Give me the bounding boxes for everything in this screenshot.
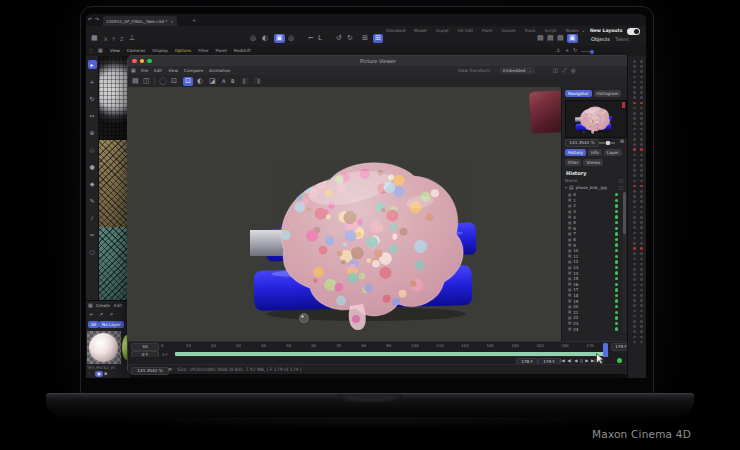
object-visibility-dot[interactable] [633, 159, 636, 162]
object-visibility-dot[interactable] [640, 221, 643, 224]
object-visibility-dot[interactable] [640, 325, 643, 328]
object-visibility-dot[interactable] [633, 320, 636, 323]
object-visibility-dot[interactable] [633, 148, 636, 151]
object-visibility-dot[interactable] [633, 200, 636, 203]
object-visibility-dot[interactable] [640, 284, 643, 287]
scale-tool-icon[interactable]: ⇔ [88, 111, 97, 120]
object-visibility-dot[interactable] [633, 133, 636, 136]
object-visibility-dot[interactable] [640, 65, 643, 68]
history-scrollbar-thumb[interactable] [623, 192, 626, 234]
object-visibility-dot[interactable] [633, 263, 636, 266]
object-visibility-dot[interactable] [633, 278, 636, 281]
viewport-menu-cameras[interactable]: Cameras [127, 48, 146, 53]
expand-arrow-icon[interactable]: ▾ [565, 185, 567, 190]
frame-row[interactable]: ▤20 [565, 304, 621, 310]
viewport-menu-panel[interactable]: Panel [216, 48, 227, 53]
object-visibility-dot[interactable] [633, 195, 636, 198]
object-visibility-dot[interactable] [633, 310, 636, 313]
object-visibility-dot[interactable] [640, 86, 643, 89]
material-sphere-preview[interactable] [89, 333, 118, 362]
object-visibility-dot[interactable] [640, 320, 643, 323]
object-visibility-dot[interactable] [633, 112, 636, 115]
object-visibility-dot[interactable] [633, 86, 636, 89]
object-visibility-dot[interactable] [633, 237, 636, 240]
fit-image-icon[interactable]: ⊡ [183, 77, 193, 86]
view-transform-dropdown[interactable]: Embedded ⌄ [500, 67, 535, 74]
object-visibility-dot[interactable] [640, 226, 643, 229]
object-visibility-dot[interactable] [633, 143, 636, 146]
object-visibility-dot[interactable] [633, 206, 636, 209]
spline-tool-icon[interactable]: ≈ [88, 230, 97, 239]
render-picture-viewer-icon[interactable]: ▣ [274, 34, 285, 43]
tab-history[interactable]: History [565, 149, 586, 156]
object-visibility-dot[interactable] [640, 148, 643, 151]
viewport-menu-options[interactable]: Options [175, 48, 191, 53]
material-footer-square-icon[interactable]: ▪ [104, 371, 107, 376]
undo-icon[interactable]: ↶ [88, 17, 92, 22]
pv-menu-view[interactable]: View [168, 68, 178, 73]
object-visibility-dot[interactable] [633, 341, 636, 344]
rotate-cw-icon[interactable]: ↻ [347, 35, 353, 42]
tab-add-icon[interactable]: + [192, 17, 196, 23]
status-zoom-field[interactable]: 141.3542 % [131, 367, 169, 375]
axis-z-button[interactable]: Z [120, 36, 123, 42]
anchor-icon[interactable]: ⚓ [556, 48, 560, 53]
object-visibility-dot[interactable] [640, 278, 643, 281]
ring-tool-icon[interactable]: ○ [88, 247, 97, 256]
layout-tab-nodes[interactable]: Nodes [566, 28, 579, 33]
object-visibility-dot[interactable] [633, 330, 636, 333]
polygon-mode-icon[interactable]: ◆ [88, 179, 97, 188]
frame-row[interactable]: ▤10 [565, 248, 621, 254]
open-folder-icon[interactable]: ▤ [132, 78, 139, 85]
layout-grid-icon[interactable]: ▦ [98, 48, 103, 53]
object-visibility-dot[interactable] [633, 107, 636, 110]
frame-row[interactable]: ▤13 [565, 265, 621, 271]
coordinate-system-icon[interactable]: ⊥ [129, 35, 135, 42]
points-mode-icon[interactable]: ◇ [88, 145, 97, 154]
redo-icon[interactable]: ↷ [95, 17, 99, 22]
tab-objects[interactable]: Objects [591, 36, 610, 42]
object-visibility-dot[interactable] [633, 273, 636, 276]
object-visibility-dot[interactable] [640, 195, 643, 198]
frame-row[interactable]: ▤4 [565, 214, 621, 220]
object-visibility-dot[interactable] [640, 299, 643, 302]
frame-row[interactable]: ▤7 [565, 231, 621, 237]
ram-player-icon[interactable]: ◯ [159, 78, 167, 85]
pv-grid-icon[interactable]: ▦ [131, 68, 136, 73]
split-view-icon[interactable]: ◫ [553, 68, 558, 73]
render-canvas[interactable] [128, 87, 561, 341]
object-visibility-dot[interactable] [633, 164, 636, 167]
grid-array-active-icon[interactable]: ⊞ [373, 34, 383, 43]
frame-row[interactable]: ▤9 [565, 242, 621, 248]
object-visibility-dot[interactable] [633, 315, 636, 318]
layout-tab-standard[interactable]: Standard [386, 28, 405, 33]
object-visibility-dot[interactable] [640, 294, 643, 297]
material-footer-dot-icon[interactable]: ◦ [88, 371, 91, 376]
viewport-menu-filter[interactable]: Filter [198, 48, 208, 53]
frame-row[interactable]: ▤19 [565, 298, 621, 304]
object-visibility-dot[interactable] [633, 169, 636, 172]
history-root-row[interactable]: ▾ ▤ phase_bnb_.jpg ◯ [565, 185, 623, 190]
tab-histogram[interactable]: Histogram [594, 90, 622, 97]
frame-row[interactable]: ▤1 [565, 198, 621, 204]
object-visibility-dot[interactable] [640, 304, 643, 307]
object-visibility-dot[interactable] [640, 133, 643, 136]
object-visibility-dot[interactable] [640, 122, 643, 125]
frame-row[interactable]: ▤18 [565, 293, 621, 299]
axis-tool-icon[interactable]: ⊕ [88, 128, 97, 137]
pick-material-icon[interactable]: ↗ [109, 312, 113, 317]
object-visibility-dot[interactable] [633, 226, 636, 229]
add-material-icon[interactable]: + [89, 312, 93, 317]
color-profile-icon[interactable]: ◎ [571, 68, 575, 73]
object-visibility-dot[interactable] [633, 304, 636, 307]
object-visibility-dot[interactable] [633, 284, 636, 287]
play-backward-icon[interactable]: ◀ [574, 358, 577, 363]
snap-corner-icon[interactable]: ⌐ [308, 35, 314, 42]
object-visibility-dot[interactable] [640, 263, 643, 266]
panel-layout-active-icon[interactable]: ▣ [567, 34, 578, 43]
tab-stereo[interactable]: Stereo [583, 159, 603, 166]
object-visibility-dot[interactable] [633, 336, 636, 339]
layout-toggle[interactable] [627, 28, 640, 35]
object-mode-icon[interactable]: ● [88, 162, 97, 171]
render-team-icon[interactable]: ◎ [288, 35, 294, 42]
